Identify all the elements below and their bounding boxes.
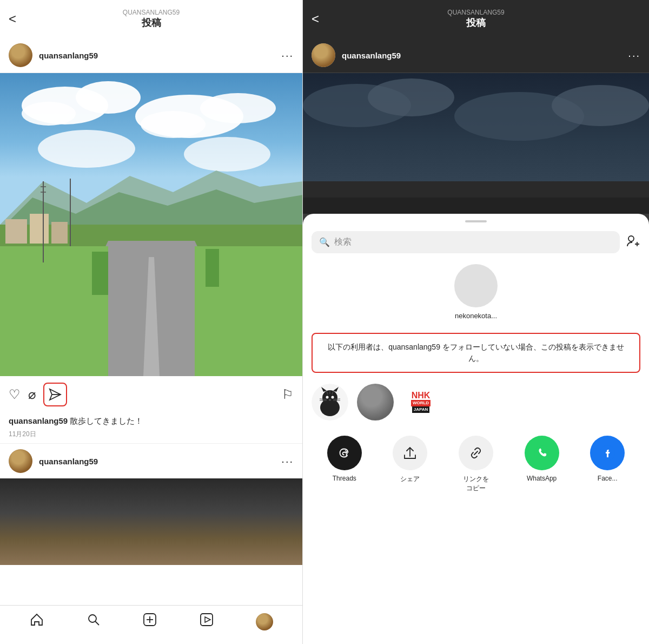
post-caption: quansanlang59 散歩してきました！ <box>0 413 302 429</box>
whatsapp-label: WhatsApp <box>527 475 557 482</box>
caption-text: quansanlang59 散歩してきました！ <box>9 416 143 425</box>
avatar-dog-image <box>9 43 32 67</box>
svg-rect-19 <box>51 222 68 244</box>
comment-button[interactable]: ⌀ <box>28 387 36 402</box>
nhk-japan-text: JAPAN <box>412 406 430 413</box>
link-label: リンクを コピー <box>463 475 489 493</box>
warning-text: 以下の利用者は、quansanlang59 をフォローしていない場合、この投稿を… <box>321 341 631 364</box>
left-header-titles: QUANSANLANG59 投稿 <box>123 9 180 29</box>
add-person-button[interactable] <box>625 233 640 252</box>
action-bar: ♡ ⌀ ⚐ <box>0 376 302 413</box>
left-header-title: 投稿 <box>123 16 180 29</box>
left-header-subtitle: QUANSANLANG59 <box>123 9 180 16</box>
share-options-row: Threads シェア <box>303 429 649 495</box>
link-icon <box>459 436 493 470</box>
share-share-button[interactable]: シェア <box>378 433 443 486</box>
svg-point-56 <box>329 399 331 401</box>
nhk-logo-text: NHK <box>412 391 431 400</box>
suggested-user-2[interactable] <box>357 384 394 420</box>
share-link-button[interactable]: リンクを コピー <box>443 433 509 495</box>
right-header-titles: QUANSANLANG59 投稿 <box>447 9 504 29</box>
bookmark-button[interactable]: ⚐ <box>282 387 294 402</box>
svg-point-28 <box>89 615 96 622</box>
nav-search-button[interactable] <box>86 612 101 631</box>
share-icon <box>393 436 427 470</box>
search-icon: 🔍 <box>319 237 330 247</box>
right-post-image <box>303 73 649 214</box>
svg-point-37 <box>368 78 454 116</box>
suggested-user-cat[interactable] <box>312 384 348 420</box>
svg-point-60 <box>346 452 347 453</box>
facebook-icon <box>590 436 625 470</box>
svg-line-29 <box>95 621 99 625</box>
bottom-nav <box>0 605 302 644</box>
share-label: シェア <box>400 475 420 484</box>
second-post-username: quansanlang59 <box>39 457 281 466</box>
svg-rect-17 <box>5 219 27 244</box>
modal-handle <box>465 220 487 222</box>
svg-rect-18 <box>30 214 49 244</box>
right-header: < QUANSANLANG59 投稿 <box>303 0 649 38</box>
nav-create-button[interactable] <box>142 612 157 631</box>
right-avatar[interactable] <box>312 43 335 67</box>
post-date: 11月20日 <box>0 429 302 443</box>
svg-point-39 <box>552 85 649 126</box>
svg-point-50 <box>326 396 329 399</box>
right-panel: < QUANSANLANG59 投稿 quansanlang59 ··· <box>303 0 649 644</box>
svg-point-42 <box>628 236 634 241</box>
second-post-avatar-img <box>9 449 32 473</box>
right-back-button[interactable]: < <box>312 11 319 27</box>
second-post-avatar[interactable] <box>9 449 32 473</box>
svg-point-2 <box>76 81 141 114</box>
svg-marker-34 <box>205 617 210 622</box>
svg-rect-25 <box>206 249 219 287</box>
svg-point-8 <box>184 137 270 172</box>
svg-point-7 <box>38 130 135 168</box>
share-facebook-button[interactable]: Face... <box>574 433 640 484</box>
left-header: < QUANSANLANG59 投稿 <box>0 0 302 38</box>
right-header-subtitle: QUANSANLANG59 <box>447 9 504 16</box>
contact-avatar <box>454 264 498 307</box>
share-threads-button[interactable]: Threads <box>312 433 378 484</box>
send-button[interactable] <box>43 383 67 406</box>
search-bar-row: 🔍 検索 <box>303 227 649 260</box>
left-back-button[interactable]: < <box>9 11 16 27</box>
left-username: quansanlang59 <box>39 51 281 60</box>
caption-username: quansanlang59 <box>9 416 68 425</box>
second-post-header: quansanlang59 ··· <box>0 443 302 478</box>
suggested-user-nhk[interactable]: NHK WORLD JAPAN <box>402 384 439 420</box>
threads-label: Threads <box>333 475 356 482</box>
nav-reels-button[interactable] <box>199 612 214 631</box>
post-image <box>0 73 303 376</box>
svg-point-3 <box>22 102 76 126</box>
left-user-row: quansanlang59 ··· <box>0 38 302 73</box>
right-username: quansanlang59 <box>342 51 628 60</box>
svg-point-6 <box>141 111 206 138</box>
search-placeholder-text: 検索 <box>334 236 352 248</box>
nav-home-button[interactable] <box>29 612 44 631</box>
left-avatar[interactable] <box>9 43 32 67</box>
svg-point-51 <box>332 396 334 399</box>
second-post-more-button[interactable]: ··· <box>281 455 294 468</box>
facebook-label: Face... <box>598 475 618 482</box>
right-avatar-img <box>312 43 335 67</box>
search-bar[interactable]: 🔍 検索 <box>312 231 620 253</box>
right-more-button[interactable]: ··· <box>628 49 640 62</box>
warning-box: 以下の利用者は、quansanlang59 をフォローしていない場合、この投稿を… <box>312 333 640 373</box>
share-modal: 🔍 検索 nekonekota... 以下の利用者は、quansanlang59… <box>303 214 649 644</box>
svg-rect-41 <box>303 198 649 214</box>
left-more-button[interactable]: ··· <box>281 49 294 62</box>
caption-body: 散歩してきました！ <box>68 416 143 425</box>
nhk-world-text: WORLD <box>411 400 431 406</box>
contact-name: nekonekota... <box>455 312 497 320</box>
svg-rect-24 <box>92 252 108 295</box>
whatsapp-icon <box>525 436 559 470</box>
right-header-title: 投稿 <box>447 16 504 29</box>
share-whatsapp-button[interactable]: WhatsApp <box>509 433 575 484</box>
threads-icon <box>327 436 362 470</box>
svg-point-5 <box>200 93 276 123</box>
contact-row: nekonekota... <box>303 260 649 328</box>
right-user-row: quansanlang59 ··· <box>303 38 649 73</box>
like-button[interactable]: ♡ <box>9 387 21 402</box>
nav-profile-button[interactable] <box>256 613 273 630</box>
